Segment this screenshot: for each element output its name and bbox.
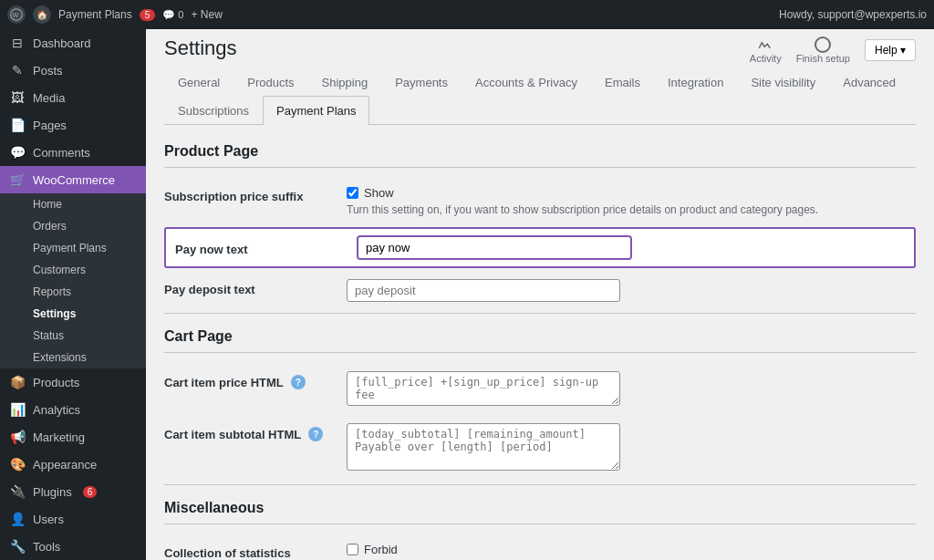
sidebar-item-pages[interactable]: 📄 Pages: [0, 111, 146, 139]
sidebar-sub-settings[interactable]: Settings: [0, 303, 146, 325]
sidebar-sub-payment-plans[interactable]: Payment Plans: [0, 237, 146, 259]
collection-of-statistics-checkbox[interactable]: [347, 544, 358, 555]
posts-icon: ✎: [9, 62, 26, 78]
tools-icon: 🔧: [9, 538, 26, 555]
sidebar-label-posts: Posts: [33, 64, 63, 78]
cart-item-subtotal-html-label: Cart item subtotal HTML ?: [164, 423, 347, 441]
cart-item-price-html-info-icon: ?: [291, 375, 306, 389]
sidebar-item-media[interactable]: 🖼 Media: [0, 84, 146, 111]
pay-now-text-row: Pay now text: [164, 227, 916, 268]
pay-deposit-text-row: Pay deposit text: [164, 272, 916, 309]
sidebar-item-plugins[interactable]: 🔌 Plugins 6: [0, 478, 146, 505]
miscellaneous-title: Miscellaneous: [164, 500, 916, 524]
cart-item-subtotal-html-input[interactable]: [347, 423, 620, 471]
svg-text:W: W: [13, 12, 19, 18]
products-icon: 📦: [9, 374, 26, 390]
sidebar-label-plugins: Plugins: [33, 485, 72, 499]
product-page-title: Product Page: [164, 143, 916, 168]
tab-accounts[interactable]: Accounts & Privacy: [462, 67, 591, 97]
sidebar-item-tools[interactable]: 🔧 Tools: [0, 533, 146, 560]
content-header: Settings Activity Finish setup Help ▾: [146, 29, 934, 67]
pay-deposit-text-label: Pay deposit text: [164, 279, 347, 296]
sidebar-label-products: Products: [33, 376, 79, 389]
pay-deposit-text-input[interactable]: [347, 279, 620, 302]
sidebar-sub-reports[interactable]: Reports: [0, 281, 146, 303]
sidebar-sub-orders[interactable]: Orders: [0, 215, 146, 237]
sidebar-sub-home[interactable]: Home: [0, 193, 146, 215]
sidebar-item-users[interactable]: 👤 Users: [0, 505, 146, 533]
admin-topbar: W 🏠 Payment Plans 5 💬 0 + New Howdy, sup…: [0, 0, 934, 29]
sidebar-item-analytics[interactable]: 📊 Analytics: [0, 396, 146, 423]
sidebar-item-woocommerce[interactable]: 🛒 WooCommerce: [0, 166, 146, 193]
sidebar-label-analytics: Analytics: [33, 403, 80, 417]
sidebar-label-dashboard: Dashboard: [33, 36, 91, 50]
help-button[interactable]: Help ▾: [865, 39, 916, 61]
site-name: Payment Plans: [58, 8, 132, 21]
subscription-price-suffix-content: Show Turn this setting on, if you want t…: [347, 186, 916, 216]
main-layout: ⊟ Dashboard ✎ Posts 🖼 Media 📄 Pages 💬 Co…: [0, 29, 934, 560]
subscription-price-suffix-checkbox[interactable]: [347, 187, 358, 199]
app-container: W 🏠 Payment Plans 5 💬 0 + New Howdy, sup…: [0, 0, 934, 560]
sidebar-item-posts[interactable]: ✎ Posts: [0, 57, 146, 84]
subscription-price-suffix-label: Subscription price suffix: [164, 186, 347, 203]
cart-item-subtotal-html-info-icon: ?: [308, 427, 323, 441]
sidebar-label-tools: Tools: [33, 540, 60, 554]
topbar-left: W 🏠 Payment Plans 5 💬 0 + New: [7, 5, 772, 24]
tab-integration[interactable]: Integration: [654, 67, 737, 97]
cart-item-subtotal-html-content: [347, 423, 916, 473]
subscription-price-suffix-checkbox-row: Show: [347, 186, 916, 200]
new-button[interactable]: + New: [191, 8, 222, 21]
pay-now-text-label: Pay now text: [175, 239, 358, 256]
sidebar-sub-extensions[interactable]: Extensions: [0, 347, 146, 368]
subscription-price-suffix-checkbox-label: Show: [364, 186, 394, 200]
woocommerce-submenu: Home Orders Payment Plans Customers Repo…: [0, 193, 146, 368]
sidebar-item-appearance[interactable]: 🎨 Appearance: [0, 451, 146, 478]
settings-body: General Products Shipping Payments Accou…: [146, 67, 934, 560]
pay-now-text-input[interactable]: [358, 236, 631, 259]
sidebar-item-comments[interactable]: 💬 Comments: [0, 139, 146, 166]
sidebar-label-pages: Pages: [33, 119, 67, 132]
sidebar-label-woocommerce: WooCommerce: [33, 173, 115, 187]
sidebar-item-dashboard[interactable]: ⊟ Dashboard: [0, 29, 146, 57]
tab-payments[interactable]: Payments: [381, 67, 462, 97]
sidebar-item-products[interactable]: 📦 Products: [0, 368, 146, 396]
sidebar: ⊟ Dashboard ✎ Posts 🖼 Media 📄 Pages 💬 Co…: [0, 29, 146, 560]
media-icon: 🖼: [9, 89, 26, 106]
finish-setup-icon: [815, 36, 831, 53]
finish-setup-label: Finish setup: [796, 53, 850, 64]
notification-count: 5: [140, 9, 156, 21]
plugins-badge: 6: [83, 486, 98, 498]
tab-advanced[interactable]: Advanced: [829, 67, 909, 97]
header-actions: Activity Finish setup Help ▾: [750, 36, 916, 64]
sidebar-sub-status[interactable]: Status: [0, 325, 146, 347]
tab-site-visibility[interactable]: Site visibility: [737, 67, 829, 97]
tab-general[interactable]: General: [164, 67, 234, 97]
sidebar-label-appearance: Appearance: [33, 458, 97, 472]
appearance-icon: 🎨: [9, 456, 26, 472]
tab-products[interactable]: Products: [234, 67, 307, 97]
dashboard-icon: ⊟: [9, 35, 26, 51]
sidebar-label-marketing: Marketing: [33, 430, 85, 444]
sidebar-item-marketing[interactable]: 📢 Marketing: [0, 423, 146, 451]
pay-deposit-text-content: [347, 279, 916, 302]
cart-item-price-html-label: Cart item price HTML ?: [164, 371, 347, 389]
pages-icon: 📄: [9, 117, 26, 133]
main-content: Settings Activity Finish setup Help ▾: [146, 29, 934, 560]
sidebar-label-media: Media: [33, 91, 65, 105]
cart-page-title: Cart Page: [164, 328, 916, 353]
tab-payment-plans[interactable]: Payment Plans: [263, 96, 369, 125]
cart-item-price-html-content: [347, 371, 916, 409]
tab-shipping[interactable]: Shipping: [308, 67, 382, 97]
subscription-price-suffix-row: Subscription price suffix Show Turn this…: [164, 179, 916, 223]
tab-subscriptions[interactable]: Subscriptions: [164, 96, 263, 125]
cart-item-price-html-input[interactable]: [347, 371, 620, 406]
tab-emails[interactable]: Emails: [591, 67, 654, 97]
finish-setup-button[interactable]: Finish setup: [796, 36, 850, 64]
sidebar-sub-customers[interactable]: Customers: [0, 259, 146, 281]
activity-button[interactable]: Activity: [750, 36, 782, 64]
collection-of-statistics-label: Collection of statistics: [164, 543, 347, 560]
cart-item-subtotal-html-row: Cart item subtotal HTML ?: [164, 416, 916, 481]
collection-of-statistics-content: Forbid Turn this setting on, if you don'…: [347, 543, 916, 560]
analytics-icon: 📊: [9, 401, 26, 418]
comments-icon: 💬: [9, 144, 26, 161]
